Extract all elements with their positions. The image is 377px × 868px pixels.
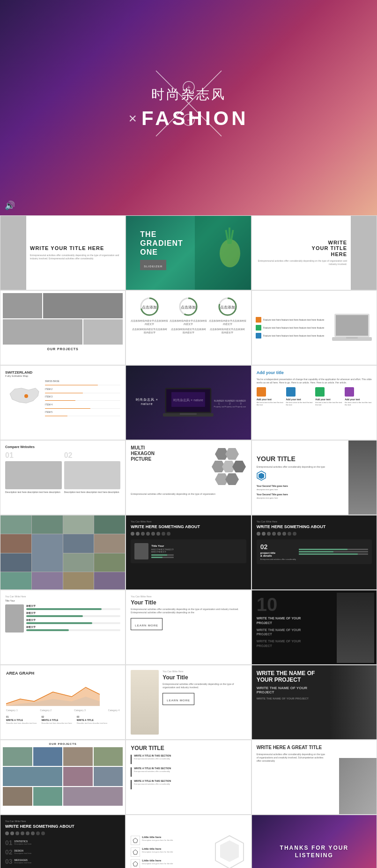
laptop-image [331, 294, 373, 361]
project-name-1: WRITE THE NAME OF YOUR PROJECT [257, 616, 313, 625]
area-graph-svg [6, 678, 100, 706]
cat-card: Title Your 标签文字标签文字标签文字标签文字标签文字 [131, 539, 246, 563]
mosaic-cell [0, 553, 31, 572]
compare-img-1 [5, 461, 62, 489]
card-4: Add your text the text a text to the tex… [345, 387, 372, 406]
map-svg [5, 380, 43, 412]
left-image [0, 216, 26, 290]
slide-desc: Entrepreneurial activities offer conside… [30, 254, 121, 260]
svg-point-23 [24, 394, 28, 398]
slide-write-dark-row9: You Can Write Here WRITE HERE SOMETHING … [0, 815, 126, 868]
proj-cell [33, 787, 63, 806]
circle-item-2: 点击添加 点击添加对应内容文字点击添加对应内容文字 [169, 297, 208, 325]
slide-your-title-photo: YOUR TITLE Entrepreneurial activities of… [251, 440, 377, 515]
you-can-write2: You Can Write Here [257, 520, 372, 523]
svg-marker-31 [225, 448, 239, 460]
slide-thanks: THANKS FOR YOURLISTENING [251, 815, 377, 868]
compare-img-2 [64, 461, 121, 489]
write-name: WRITE THE NAME OF YOUR PROJECT [257, 670, 318, 684]
second-title: Your Second Title goes here [257, 485, 344, 487]
second-title2: Your Second Title goes here [257, 493, 344, 496]
dot [262, 532, 266, 536]
hero-title-en: FASHION [141, 107, 249, 130]
dot [5, 831, 9, 835]
slide-photo-mosaic [0, 515, 126, 590]
slide-write-dark-3: WRITE THE NAME OF YOUR PROJECT WRITE THE… [251, 665, 377, 740]
svg-marker-38 [259, 473, 264, 479]
mosaic-cell [63, 553, 94, 572]
your-title-section: YOUR TITLE [131, 745, 246, 751]
map-title: SWITZERLAND [5, 370, 120, 375]
mosaic-cell [94, 534, 125, 552]
stat-3: 03 WRITE A TITLE Describe text here desc… [77, 715, 107, 724]
dot [10, 831, 14, 835]
dot [36, 831, 40, 835]
mosaic-cell [63, 534, 94, 552]
dot [146, 532, 150, 536]
area-graph-title: AREA GRAPH [6, 671, 119, 676]
dot [277, 532, 281, 536]
dark-laptop-svg: 时尚杂志风 × nature [163, 384, 214, 421]
slide-our-projects: OUR PROJECTS [0, 290, 126, 365]
slide-our-projects-2: OUR PROJECTS [0, 740, 126, 815]
our-projects-label: OUR PROJECTS [3, 743, 123, 745]
slide-write-dark-1: You Can Write Here WRITE HERE SOMETHING … [126, 515, 251, 590]
svg-rect-22 [346, 337, 358, 338]
slide-your-title-text-2: You Can Write Here Your Title Entreprene… [126, 665, 251, 740]
cards-desc: You're a independent presentation of cha… [257, 378, 372, 384]
dot [141, 532, 145, 536]
svg-marker-34 [232, 461, 246, 472]
your-title-2: Your Title [163, 674, 246, 681]
little-item-1: Little title here Description text goes … [131, 836, 211, 845]
slides-row-4: Compare Websites 01 Description text her… [0, 440, 377, 515]
dark-laptop-title: 时尚杂志风 × nature [131, 397, 163, 405]
your-title-desc: Entrepreneurial activities offer conside… [257, 465, 344, 469]
mosaic-cell [0, 534, 31, 552]
photo-cell [3, 319, 82, 345]
learn-more-label-2: LEARN MORE [167, 699, 190, 702]
stat-2: 02 WRITE A TITLE Describe text here desc… [41, 715, 72, 724]
you-can-write3: You Can Write Here [5, 595, 120, 598]
slide-title: WRITE YOUR TITLE HERE [30, 245, 121, 251]
project-name-2: WRITE THE NAME OF YOUR PROJECT [257, 628, 313, 637]
learn-more-button-2[interactable]: LEARN MORE [163, 693, 194, 705]
mosaic-cell [94, 553, 125, 572]
dot [288, 532, 291, 536]
write-name3: WRITE THE NAME OF YOUR PROJECT [257, 697, 318, 700]
person-overlay [330, 665, 377, 739]
hex-icon [257, 471, 266, 481]
write-great-desc: Entrepreneurial activities offer conside… [257, 753, 327, 763]
hexagon-svg [209, 446, 246, 493]
section-item-3: WRITE A TITLE IN THIS SECTION Entreprene… [131, 780, 246, 789]
right-image [351, 216, 377, 290]
you-can-write5: You Can Write Here [163, 670, 246, 673]
person-bg [337, 593, 374, 663]
slide-write-dark-2: You Can Write Here WRITE HERE SOMETHING … [251, 515, 377, 590]
slide-write-title-left: WRITE YOUR TITLE HERE Entrepreneurial ac… [0, 215, 126, 290]
write-here-title3: WRITE HERE SOMETHING ABOUT [5, 824, 120, 829]
learn-more-button[interactable]: LEARN MORE [131, 618, 163, 630]
proj-cell [63, 787, 123, 806]
svg-marker-36 [225, 473, 239, 485]
hero-slide: + − 时尚杂志风 × FASHION 🔊 [0, 0, 377, 215]
photo-bg [339, 758, 377, 814]
dot [282, 532, 286, 536]
svg-text:点击添加: 点击添加 [220, 305, 235, 309]
slide-write-title-right: WRITEYOUR TITLEHERE Entrepreneurial acti… [251, 215, 377, 290]
slide-write-light: You Can Write Here Title Your 标签文字 标签文字 … [0, 590, 126, 665]
dot [21, 831, 24, 835]
feature-2: Feature text here feature text here feat… [256, 325, 328, 331]
compare-col-1: 01 Description text here description tex… [5, 451, 62, 494]
building-photo [131, 670, 159, 735]
write-great-title: WRITE HERE A GREAT TITLE [257, 745, 327, 750]
dot [267, 532, 271, 536]
svg-marker-41 [133, 850, 138, 854]
slide-your-title-text: You Can Write Here Your Title Entreprene… [126, 590, 251, 665]
little-item-2: Little title here Description text goes … [131, 847, 211, 857]
dot [131, 532, 134, 536]
slides-row-2: OUR PROJECTS 点击添加 点击添加对应内容文字点击添加对应内容文字 点… [0, 290, 377, 365]
slide-cards-feature: Add your title You're a independent pres… [251, 365, 377, 440]
slides-row-6: You Can Write Here Title Your 标签文字 标签文字 … [0, 590, 377, 665]
slides-row-1: WRITE YOUR TITLE HERE Entrepreneurial ac… [0, 215, 377, 290]
slide-switzerland-map: SWITZERLAND Fully Editable Map SWISS BAS… [0, 365, 126, 440]
